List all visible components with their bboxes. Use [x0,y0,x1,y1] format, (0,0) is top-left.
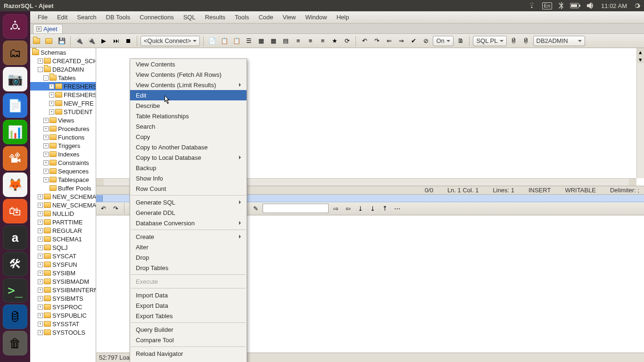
autocommit-select[interactable]: On [433,36,454,46]
expand-icon[interactable]: + [38,304,43,310]
stop-icon[interactable]: ⏹ [123,36,133,46]
connect-icon[interactable]: 🔌 [74,36,84,46]
keyboard-lang[interactable]: En [542,2,552,9]
lang-select[interactable]: SQL PL [473,36,506,46]
history-fwd-icon[interactable]: ↷ [110,203,121,214]
impress-icon[interactable]: 📽 [3,146,27,171]
menu-view[interactable]: View [278,12,300,22]
copy-icon[interactable]: 📋 [219,36,230,46]
export-icon[interactable]: ⤓ [355,203,365,214]
context-menu-item[interactable]: Compare Tool [130,335,247,345]
tree-item[interactable]: +FRESHERS [30,90,96,99]
undo-icon[interactable]: ↶ [359,36,370,46]
camera-icon[interactable]: 📷 [3,67,27,91]
expand-icon[interactable]: + [38,245,43,250]
expand-icon[interactable]: + [43,177,49,182]
context-menu-item[interactable]: View Contents (Limit Results) [130,80,247,90]
export2-icon[interactable]: ⤓ [367,203,378,214]
context-menu-item[interactable]: Alter [130,242,247,252]
expand-icon[interactable]: + [38,220,43,225]
scroll-down-icon[interactable]: ▾ [637,56,644,63]
expand-icon[interactable]: + [43,160,49,165]
context-menu-item[interactable]: Export Tables [130,311,247,321]
tree-item[interactable]: +Sequences [30,167,96,175]
tree-item[interactable]: +SYSTOOLS [30,328,96,337]
db-navigator[interactable]: Schemas +CREATED_SCHEMA-DB2ADMIN-Tables+… [30,48,96,362]
context-menu-item[interactable]: Reload Navigator [130,348,247,359]
context-menu-item[interactable]: Show Info [130,173,247,183]
execute-all-icon[interactable]: ⏭ [111,36,121,46]
tree-item[interactable]: +NEW_SCHEMA [30,192,96,201]
db2-icon[interactable]: 🛢 [521,36,531,46]
expand-icon[interactable]: + [49,84,54,89]
context-menu-item[interactable]: Drop [130,252,247,263]
tree-item[interactable]: +Indexes [30,150,96,158]
tree-item[interactable]: +STUDENT [30,107,96,116]
context-menu-item[interactable]: Row Count [130,183,247,194]
context-menu-item[interactable]: View Contents [130,59,247,69]
menu-window[interactable]: Window [300,12,331,22]
menu-dbtools[interactable]: DB Tools [101,12,135,22]
align-center-icon[interactable]: ≡ [305,36,315,46]
expand-icon[interactable]: + [43,143,49,148]
tree-item[interactable]: +Triggers [30,141,96,150]
tree-item[interactable]: +NULLID [30,209,96,218]
tree-item[interactable]: +Views [30,116,96,124]
find-next-icon[interactable]: ⇨ [330,203,341,214]
tree-item[interactable]: +SQLJ [30,243,96,252]
calc-icon[interactable]: 📊 [3,120,27,144]
context-menu-item[interactable]: More . . . [130,359,247,362]
menu-results[interactable]: Results [200,12,230,22]
collapse-icon[interactable]: - [38,67,43,72]
expand-icon[interactable]: + [38,237,43,242]
context-menu-item[interactable]: Generate SQL [130,197,247,207]
context-menu-item[interactable]: Copy to Local Database [130,152,247,163]
expand-icon[interactable]: + [38,288,43,293]
tree-item[interactable]: -Tables [30,74,96,82]
tree-item[interactable]: +SYSPROC [30,303,96,311]
disconnect-icon[interactable]: 🔌 [86,36,97,46]
commit-icon[interactable]: ✔ [408,36,419,46]
execute-icon[interactable]: ▶ [99,36,109,46]
tree-item[interactable]: +SYSCAT [30,252,96,260]
expand-icon[interactable]: + [38,203,43,208]
expand-icon[interactable]: + [43,126,49,132]
context-menu-item[interactable]: Database Conversion [130,218,247,228]
amazon-icon[interactable]: a [3,225,27,250]
expand-icon[interactable]: + [49,109,54,115]
expand-icon[interactable]: + [43,135,49,140]
tree-item[interactable]: +NEW_FRE [30,99,96,107]
context-menu-item[interactable]: Edit [130,90,247,100]
grid-icon[interactable]: ▤ [281,36,291,46]
refresh-icon[interactable]: ⟳ [342,36,352,46]
dash-home-icon[interactable] [3,14,27,39]
context-menu-item[interactable]: Copy to Another Database [130,142,247,152]
tree-item[interactable]: +Constraints [30,158,96,167]
find-prev-icon[interactable]: ⇦ [343,203,353,214]
tree-item[interactable]: +Procedures [30,124,96,133]
tree-item[interactable]: +REGULAR [30,226,96,235]
collapse-icon[interactable]: - [43,75,49,81]
menu-file[interactable]: File [33,12,52,22]
expand-icon[interactable]: + [43,152,49,157]
tree-item[interactable]: +SYSPUBLIC [30,311,96,320]
menu-tools[interactable]: Tools [230,12,254,22]
context-menu-item[interactable]: View Contents (Fetch All Rows) [130,69,247,80]
menu-sql[interactable]: SQL [179,12,200,22]
rollback-icon[interactable]: ⊘ [421,36,431,46]
context-menu-item[interactable]: Query Builder [130,324,247,335]
scroll-right-icon[interactable] [629,179,636,186]
eraser-icon[interactable]: ✎ [250,203,261,214]
expand-icon[interactable]: + [49,92,54,98]
files-icon[interactable]: 🗂 [3,41,27,65]
tree-item[interactable]: +Functions [30,133,96,141]
expand-icon[interactable]: + [38,228,43,233]
tree-item[interactable]: +SYSSTAT [30,320,96,328]
expand-icon[interactable]: + [38,296,43,301]
save-icon[interactable]: 💾 [57,36,67,46]
favorite-icon[interactable]: ★ [330,36,340,46]
context-menu-item[interactable]: Search [130,121,247,132]
expand-icon[interactable]: + [38,58,43,64]
paste-icon[interactable]: 📋 [231,36,242,46]
misc-icon[interactable]: ⋯ [392,203,402,214]
